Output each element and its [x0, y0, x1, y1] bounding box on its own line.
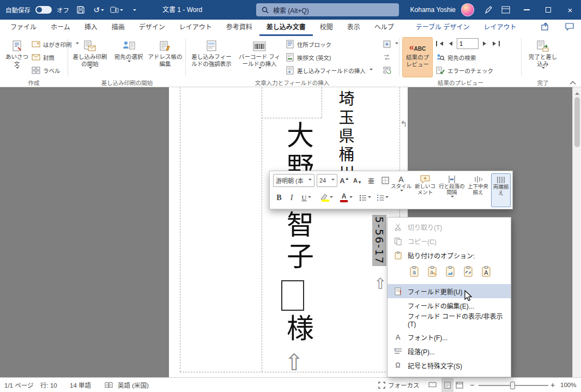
select-recipients-button[interactable]: 宛先の選択 [111, 37, 146, 77]
menu-item-font[interactable]: A フォント(F)... [388, 330, 511, 344]
qat-overflow-button[interactable] [128, 3, 141, 17]
shrink-font-button[interactable]: A▼ [352, 174, 364, 187]
tab-review[interactable]: 校閲 [313, 20, 340, 36]
ribbon-display-button[interactable] [499, 3, 512, 17]
italic-button[interactable]: I [286, 191, 297, 205]
font-size-combo[interactable]: 24 [317, 174, 337, 187]
zoom-out-button[interactable]: − [470, 378, 474, 392]
scroll-up-icon[interactable] [575, 90, 579, 95]
vertical-scrollbar[interactable] [572, 87, 581, 377]
last-record-button[interactable] [493, 38, 500, 49]
line-indicator[interactable]: 行: 10 [40, 378, 57, 392]
menu-item-toggle-field-codes[interactable]: フィールド コードの表示/非表示(T) [388, 312, 511, 327]
update-labels-button[interactable] [383, 64, 391, 76]
edit-recipient-list-button[interactable]: アドレス帳の編集 [147, 37, 183, 77]
finish-merge-button[interactable]: 完了と差し込み [525, 37, 560, 77]
match-fields-button[interactable] [383, 51, 391, 63]
web-layout-button[interactable] [456, 378, 463, 392]
bold-button[interactable]: B [273, 191, 285, 205]
language-indicator[interactable]: 英語 (米国) [118, 378, 149, 392]
check-errors-button[interactable]: エラーのチェック [436, 64, 493, 76]
proofing-status[interactable] [105, 378, 113, 392]
paste-picture-button[interactable] [443, 264, 457, 279]
tab-layout[interactable]: レイアウト [172, 20, 219, 36]
tab-table-design[interactable]: テーブル デザイン [409, 20, 477, 36]
maximize-button[interactable] [537, 0, 559, 20]
start-mail-merge-button[interactable]: 差し込み印刷の開始 [71, 37, 109, 77]
share-button[interactable] [541, 22, 550, 33]
recipient-address-text[interactable]: 埼玉県桶川 [334, 91, 356, 183]
paste-keep-source-button[interactable]: a [407, 264, 421, 279]
tab-home[interactable]: ホーム [44, 20, 77, 36]
menu-item-paragraph[interactable]: 段落(P)... [388, 344, 511, 358]
menu-item-symbol[interactable]: Ω 記号と特殊文字(S) [388, 358, 511, 372]
selected-number-field[interactable]: 5-56-17 [372, 215, 386, 266]
focus-mode-button[interactable]: フォーカス [378, 378, 420, 392]
word-count[interactable]: 14 単語 [70, 378, 91, 392]
paste-merge-formatting-button[interactable]: a [425, 264, 439, 279]
touch-mode-button[interactable] [110, 3, 123, 17]
grow-font-button[interactable]: A▲ [338, 174, 350, 187]
new-comment-button[interactable]: 新しいコメント [413, 173, 438, 207]
menu-item-edit-field[interactable]: フィールドの編集(E)... [388, 298, 511, 312]
next-record-button[interactable] [483, 38, 488, 49]
honorific-text[interactable]: 様 [278, 314, 317, 346]
first-record-button[interactable] [436, 38, 443, 49]
greeting-line-button[interactable]: 挨拶文 (英文) [286, 51, 331, 63]
zoom-level[interactable]: 100% [560, 378, 576, 392]
paste-text-only-button[interactable]: A [479, 264, 493, 279]
center-vertical-button[interactable]: 上下中央揃え [466, 173, 490, 207]
font-name-combo[interactable]: 游明朝 (本 [273, 174, 314, 187]
tab-draw[interactable]: 描画 [105, 20, 132, 36]
address-block-button[interactable]: 住所ブロック [286, 38, 331, 50]
tab-help[interactable]: ヘルプ [367, 20, 401, 36]
undo-button[interactable]: ↺ [92, 3, 105, 17]
ink-pen-button[interactable] [482, 3, 495, 17]
comments-button[interactable] [565, 22, 574, 33]
tab-file[interactable]: ファイル [3, 20, 44, 36]
minimize-button[interactable] [516, 0, 537, 20]
phonetic-guide-button[interactable]: 亜 [365, 174, 378, 187]
menu-item-update-field[interactable]: ! フィールド更新(U) [388, 284, 511, 298]
save-button[interactable] [74, 3, 87, 17]
find-recipient-button[interactable]: 宛先の検索 [436, 51, 476, 63]
labels-button[interactable]: ラベル [32, 64, 60, 76]
print-layout-button[interactable] [441, 378, 453, 392]
borders-button[interactable] [379, 174, 392, 187]
bullets-button[interactable] [357, 191, 373, 205]
zoom-slider-knob[interactable] [510, 382, 515, 389]
tab-insert[interactable]: 挿入 [77, 20, 105, 36]
autosave-toggle[interactable] [35, 6, 52, 14]
tab-table-layout[interactable]: レイアウト [476, 20, 523, 36]
line-spacing-button[interactable]: 行と段落の間隔 [439, 173, 465, 207]
highlight-color-button[interactable] [318, 191, 335, 205]
insert-barcode-button[interactable]: バーコード フィールドの挿入 [237, 37, 282, 77]
font-color-button[interactable]: A [337, 191, 355, 205]
close-button[interactable]: × [559, 0, 581, 20]
tab-view[interactable]: 表示 [340, 20, 367, 36]
envelope-button[interactable]: 封筒 [32, 51, 55, 63]
account-name[interactable]: Kohama Yoshie [410, 6, 456, 14]
recipient-name-bottom[interactable]: 智子 [278, 210, 317, 274]
tab-design[interactable]: デザイン [132, 20, 172, 36]
record-number-input[interactable] [457, 38, 479, 49]
read-mode-button[interactable] [428, 378, 437, 392]
tab-references[interactable]: 参考資料 [219, 20, 259, 36]
preview-results-toggle[interactable]: « ABC 結果のプレビュー [402, 37, 433, 77]
zoom-in-button[interactable]: + [550, 378, 555, 392]
previous-record-button[interactable] [447, 38, 452, 49]
highlight-merge-fields-button[interactable]: 差し込みフィールドの強調表示 [189, 37, 234, 77]
empty-merge-field-box[interactable] [281, 280, 304, 311]
styles-button[interactable]: A スタイル [391, 173, 411, 207]
justify-button[interactable]: 両端揃え [491, 173, 511, 207]
tab-mailings[interactable]: 差し込み文書 [259, 20, 313, 36]
insert-merge-field-button[interactable]: 差し込みフィールドの挿入 [286, 64, 373, 76]
paste-link-button[interactable] [461, 264, 475, 279]
collapse-ribbon-button[interactable] [567, 79, 579, 87]
greeting-text-button[interactable]: あいさつ文 [3, 37, 31, 77]
avatar[interactable] [461, 3, 474, 16]
scrollbar-thumb[interactable] [574, 97, 580, 147]
rules-button[interactable] [383, 38, 398, 50]
underline-button[interactable]: U [298, 191, 314, 205]
zoom-slider[interactable] [479, 385, 548, 386]
